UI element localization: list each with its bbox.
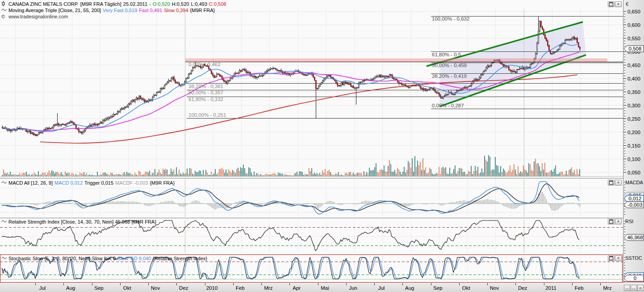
panel-separator bbox=[0, 218, 623, 218]
maximize-icon bbox=[609, 181, 613, 185]
axis-separator bbox=[623, 0, 623, 283]
maximize-icon bbox=[609, 256, 613, 260]
stoch-header: Stochastic Slow [5, 3, 3, 80, 20, Nein] … bbox=[1, 255, 207, 261]
wave-icon bbox=[1, 180, 7, 186]
macd-header: MACD All [12, 26, 9] MACD 0,012 Trigger … bbox=[1, 180, 175, 186]
quote-date: 25.02.2011 bbox=[123, 1, 147, 7]
macd-trigger-value: Trigger 0,015 bbox=[84, 180, 113, 186]
wave-icon bbox=[1, 256, 7, 261]
price-axis-strip[interactable] bbox=[623, 0, 644, 283]
open-value: O:0,520 bbox=[153, 1, 170, 7]
close-icon: × bbox=[617, 220, 619, 224]
watermark: © www.tradesignalonline.com bbox=[1, 13, 68, 19]
ma-context: {M9R FRA} bbox=[190, 8, 215, 13]
close-panel-button[interactable]: × bbox=[615, 255, 622, 261]
stoch-title: Stochastic Slow [5, 3, 3, 80, 20, Nein] bbox=[8, 256, 90, 261]
ma-very-fast-value: Very Fast 0,519 bbox=[103, 8, 137, 13]
maximize-icon bbox=[609, 2, 613, 6]
close-icon: × bbox=[617, 256, 619, 260]
macd-axis-label: MACDA bbox=[625, 180, 643, 185]
fit-horizontal-button[interactable]: ↔ bbox=[631, 285, 637, 291]
maximize-icon bbox=[609, 220, 613, 224]
close-panel-button[interactable]: × bbox=[615, 180, 622, 186]
curve-mode-button[interactable]: ≈ bbox=[637, 285, 644, 291]
close-panel-button[interactable]: × bbox=[615, 219, 622, 224]
rsi-header: Relative Strength Index [Close, 14, 30, … bbox=[1, 219, 156, 224]
low-value: L:0,493 bbox=[191, 1, 207, 7]
time-axis-strip[interactable] bbox=[0, 283, 644, 292]
close-icon: × bbox=[617, 181, 619, 185]
rsi-axis-label: RSI bbox=[625, 219, 633, 224]
ma-header: Moving Average Triple [Close, 21, 55, 20… bbox=[1, 7, 215, 13]
wave-icon bbox=[1, 8, 7, 13]
ma-slow-value: Slow 0,394 bbox=[164, 8, 188, 13]
maximize-panel-button[interactable] bbox=[608, 180, 615, 186]
macd-value: MACD 0,012 bbox=[54, 180, 83, 186]
ma-title: Moving Average Triple [Close, 21, 55, 20… bbox=[8, 8, 101, 13]
stoch-axis-label: SSTOC bbox=[625, 255, 642, 261]
maximize-panel-button[interactable] bbox=[608, 1, 615, 7]
macdf-value: MACDF -0,003 bbox=[115, 180, 148, 186]
rsi-title: Relative Strength Index [Close, 14, 30, … bbox=[8, 219, 156, 224]
candlestick-icon bbox=[1, 1, 7, 7]
macd-context: {M9R FRA} bbox=[150, 180, 175, 186]
instrument-name: CANADA ZINC METALS CORP. bbox=[8, 1, 79, 7]
high-value: H:0,520 bbox=[172, 1, 189, 7]
wave-icon bbox=[1, 219, 7, 224]
currency-axis-label: € bbox=[626, 1, 628, 7]
maximize-panel-button[interactable] bbox=[608, 219, 615, 224]
close-value: C:0,508 bbox=[209, 1, 226, 7]
ma-fast-value: Fast 0,491 bbox=[139, 8, 162, 13]
instrument-context: [M9R FRA Täglich] bbox=[80, 1, 121, 7]
close-panel-button[interactable]: × bbox=[615, 1, 622, 7]
stoch-k-value: Slow %K 0 bbox=[92, 256, 116, 261]
instrument-header: CANADA ZINC METALS CORP. [M9R FRA Täglic… bbox=[1, 1, 226, 7]
maximize-panel-button[interactable] bbox=[608, 255, 615, 261]
main-chart-panel[interactable] bbox=[0, 0, 623, 178]
copyright-icon: © bbox=[1, 14, 7, 19]
panel-separator bbox=[0, 178, 623, 178]
stoch-context: {Relative Strength Index} bbox=[153, 256, 207, 261]
stoch-d-value: Slow %D 9,040 bbox=[117, 256, 151, 261]
macd-title: MACD All [12, 26, 9] bbox=[8, 180, 53, 186]
selected-panel-border bbox=[623, 282, 644, 282]
close-icon: × bbox=[617, 2, 619, 6]
scroll-mode-button[interactable]: ↔ bbox=[624, 285, 630, 291]
